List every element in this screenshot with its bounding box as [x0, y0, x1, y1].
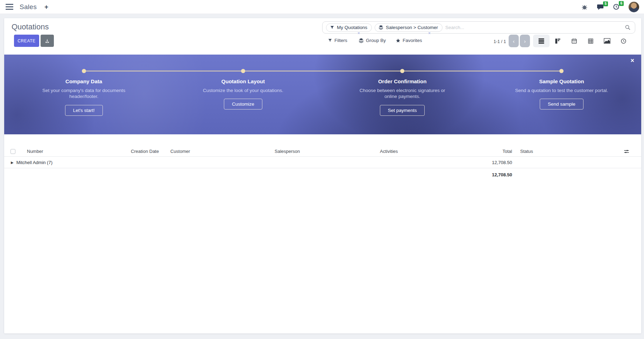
content-card: Quotations CREATE My Quotations — [4, 18, 641, 333]
column-header-total[interactable]: Total — [464, 149, 512, 154]
facet-label: My Quotations — [337, 25, 367, 30]
send-sample-button[interactable]: Send sample — [540, 99, 583, 110]
facet-my-quotations[interactable]: My Quotations × — [326, 23, 372, 32]
list-header-row: Number Creation Date Customer Salesperso… — [4, 146, 641, 156]
pager-previous-button[interactable]: ‹ — [509, 35, 519, 47]
activities-badge: 6 — [619, 1, 624, 6]
search-input[interactable] — [445, 25, 622, 30]
user-avatar[interactable] — [629, 2, 639, 12]
step-description: Set your company's data for documents he… — [37, 87, 131, 100]
banner-close-icon[interactable]: × — [630, 57, 634, 64]
search-icon[interactable] — [625, 24, 631, 30]
column-header-activities[interactable]: Activities — [380, 149, 464, 154]
filter-icon — [330, 25, 334, 30]
select-all-cell — [4, 149, 24, 154]
messages-icon[interactable]: 5 — [597, 4, 604, 10]
filter-icon — [328, 38, 332, 43]
onboarding-step-quotation-layout: Quotation Layout Customize the look of y… — [163, 78, 323, 116]
step-title: Order Confirmation — [378, 78, 426, 84]
lets-start-button[interactable]: Let's start! — [65, 105, 103, 116]
filters-label: Filters — [334, 38, 347, 43]
star-icon — [396, 38, 401, 43]
column-tools-cell — [562, 149, 641, 154]
activity-view-button[interactable] — [615, 35, 632, 47]
list-view-button[interactable] — [533, 35, 550, 47]
step-title: Sample Quotation — [539, 78, 584, 84]
optional-columns-icon[interactable] — [624, 149, 629, 154]
list-footer-row: . 12,708.50 — [4, 168, 641, 181]
activities-clock-icon[interactable]: 6 — [613, 3, 620, 10]
create-button[interactable]: CREATE — [14, 35, 39, 47]
top-navbar: Sales + 5 6 — [0, 0, 644, 14]
control-panel: Quotations CREATE My Quotations — [4, 18, 641, 55]
layers-icon — [378, 25, 383, 30]
onboarding-step-sample-quotation: Sample Quotation Send a quotation to tes… — [482, 78, 641, 116]
messages-badge: 5 — [603, 1, 608, 6]
export-button[interactable] — [41, 35, 54, 47]
column-header-number[interactable]: Number — [24, 149, 131, 154]
group-row-mitchell-admin[interactable]: ▶ Mitchell Admin (7) 12,708.50 — [4, 156, 641, 168]
onboarding-step-company-data: Company Data Set your company's data for… — [4, 78, 163, 116]
view-switcher — [533, 35, 632, 47]
group-total: 12,708.50 — [464, 160, 512, 165]
pager-counter: 1-1 / 1 — [494, 39, 506, 44]
timeline-dot — [82, 69, 86, 73]
download-icon — [45, 38, 50, 43]
step-title: Company Data — [65, 78, 102, 84]
step-description: Choose between electronic signatures or … — [355, 87, 450, 100]
favorites-label: Favorites — [403, 38, 422, 43]
step-title: Quotation Layout — [221, 78, 265, 84]
column-header-customer[interactable]: Customer — [170, 149, 275, 154]
filters-button[interactable]: Filters — [328, 38, 347, 43]
debug-bug-icon[interactable] — [581, 4, 588, 10]
facet-remove-icon[interactable]: × — [428, 31, 431, 35]
plus-icon[interactable]: + — [43, 3, 50, 11]
pivot-view-button[interactable] — [582, 35, 599, 47]
column-header-status[interactable]: Status — [520, 149, 562, 154]
group-expand-icon[interactable]: ▶ — [11, 161, 14, 164]
timeline-dot — [559, 69, 564, 73]
set-payments-button[interactable]: Set payments — [380, 105, 425, 116]
step-description: Send a quotation to test the customer po… — [515, 87, 608, 93]
step-description: Customize the look of your quotations. — [203, 87, 283, 93]
favorites-button[interactable]: Favorites — [396, 38, 422, 43]
kanban-view-button[interactable] — [550, 35, 566, 47]
page-title: Quotations — [12, 22, 49, 31]
group-label: Mitchell Admin (7) — [16, 160, 52, 165]
facet-salesperson-customer[interactable]: Salesperson > Customer × — [375, 23, 443, 32]
select-all-checkbox[interactable] — [10, 149, 15, 154]
calendar-view-button[interactable] — [566, 35, 582, 47]
app-name[interactable]: Sales — [20, 3, 37, 11]
search-bar[interactable]: My Quotations × Salesperson > Customer × — [322, 21, 635, 34]
pager-next-button[interactable]: › — [520, 35, 530, 47]
onboarding-timeline — [84, 71, 562, 71]
quotations-list: Number Creation Date Customer Salesperso… — [4, 146, 641, 181]
column-header-creation-date[interactable]: Creation Date — [131, 149, 170, 154]
onboarding-step-order-confirmation: Order Confirmation Choose between electr… — [323, 78, 482, 116]
facet-remove-icon[interactable]: × — [358, 31, 360, 35]
customize-button[interactable]: Customize — [224, 99, 262, 110]
timeline-dot — [241, 69, 245, 73]
group-by-button[interactable]: Group By — [359, 38, 386, 43]
group-by-label: Group By — [366, 38, 386, 43]
facet-label: Salesperson > Customer — [386, 25, 438, 30]
timeline-dot — [400, 69, 404, 73]
onboarding-banner: × Company Data Set your company's data f… — [4, 55, 641, 134]
apps-menu-icon[interactable] — [6, 4, 13, 10]
graph-view-button[interactable] — [599, 35, 615, 47]
footer-total: 12,708.50 — [464, 172, 512, 177]
layers-icon — [359, 38, 364, 43]
column-header-salesperson[interactable]: Salesperson — [275, 149, 380, 154]
